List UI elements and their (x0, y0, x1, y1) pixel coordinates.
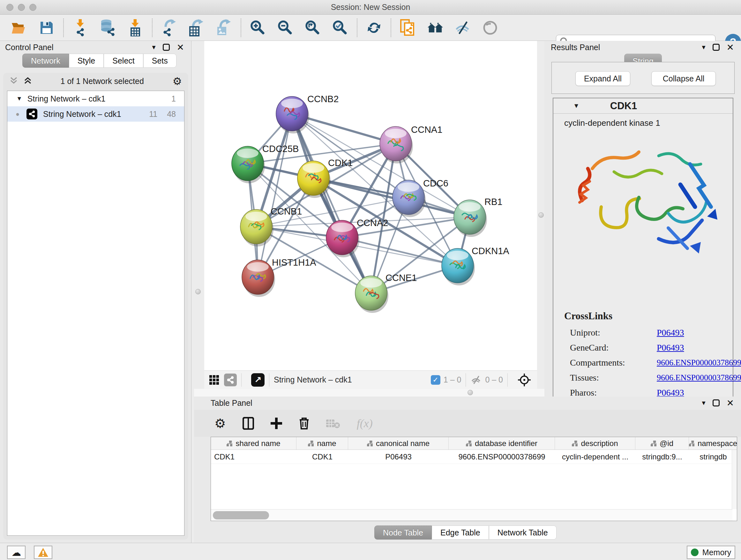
left-splitter-handle[interactable] (195, 289, 201, 294)
scrollbar-thumb[interactable] (213, 511, 269, 519)
export-table-icon[interactable] (188, 19, 205, 36)
column-header-name[interactable]: name (296, 437, 348, 449)
expand-all-button[interactable]: Expand All (576, 71, 630, 86)
network-node-ccna1[interactable] (380, 126, 413, 164)
zoom-selected-icon[interactable] (332, 19, 348, 36)
import-network-icon[interactable] (72, 19, 89, 36)
tree-collapse-icon[interactable]: ▼ (16, 95, 22, 102)
expand-all-networks-icon[interactable] (23, 76, 32, 86)
hide-eye-icon[interactable] (455, 19, 471, 36)
control-panel-close-icon[interactable]: ✕ (177, 42, 184, 53)
table-row[interactable]: CDK1CDK1P064939606.ENSP00000378699cyclin… (211, 450, 737, 464)
network-canvas[interactable]: CCNB2CCNA1CDC25BCDK1CDC6RB1CCNB1CCNA2CDK… (204, 41, 537, 370)
column-header-shared-name[interactable]: shared name (211, 437, 296, 449)
table-cell[interactable]: CDK1 (211, 450, 296, 463)
delete-column-icon[interactable] (299, 417, 310, 430)
copy-style-icon[interactable] (400, 19, 416, 36)
network-node-rb1[interactable] (454, 200, 487, 237)
network-badge-icon[interactable] (224, 374, 237, 386)
section-collapse-icon[interactable]: ▼ (573, 102, 580, 110)
grid-view-icon[interactable] (209, 375, 219, 385)
column-header-namespace[interactable]: namespace (689, 437, 737, 449)
tab-network[interactable]: Network (22, 54, 69, 68)
hidden-eye-icon[interactable] (470, 375, 482, 385)
network-tree-root-row[interactable]: ▼ String Network – cdk1 1 (7, 91, 184, 106)
tab-network-table[interactable]: Network Table (489, 525, 556, 540)
collapse-all-button[interactable]: Collapse All (651, 71, 716, 86)
results-panel-float-icon[interactable] (713, 44, 720, 51)
table-cell[interactable]: stringdb (689, 450, 737, 463)
zoom-out-icon[interactable] (277, 19, 293, 36)
table-cell[interactable]: P06493 (348, 450, 449, 463)
network-tree-row[interactable]: ● String Network – cdk1 11 48 (7, 106, 184, 122)
network-options-gear-icon[interactable]: ⚙ (172, 75, 182, 87)
home-icon[interactable] (427, 19, 444, 36)
table-panel-menu-icon[interactable]: ▾ (702, 399, 705, 407)
network-node-ccnb2[interactable] (276, 97, 309, 133)
import-database-icon[interactable] (99, 19, 116, 36)
export-network-icon[interactable] (161, 19, 178, 36)
tab-edge-table[interactable]: Edge Table (432, 525, 489, 540)
gene-section-header[interactable]: ▼ CDK1 (553, 98, 733, 114)
network-node-ccne1[interactable] (355, 276, 388, 313)
network-node-cdk1[interactable] (297, 161, 331, 198)
network-edge[interactable] (258, 114, 292, 277)
table-settings-gear-icon[interactable]: ⚙ (214, 416, 226, 431)
network-node-cdkn1a[interactable] (442, 248, 475, 286)
tab-sets[interactable]: Sets (143, 54, 177, 68)
refresh-icon[interactable] (366, 19, 382, 36)
minimize-window-icon[interactable] (18, 4, 25, 11)
zoom-fit-icon[interactable] (305, 19, 321, 36)
network-node-cdc6[interactable] (393, 180, 426, 217)
export-image-icon[interactable] (216, 19, 232, 36)
tab-node-table[interactable]: Node Table (374, 525, 432, 540)
warning-status-button[interactable] (34, 546, 52, 559)
right-splitter-handle[interactable] (538, 212, 544, 218)
table-horizontal-scrollbar[interactable] (211, 509, 732, 521)
collapse-all-networks-icon[interactable] (10, 76, 18, 86)
results-panel-menu-icon[interactable]: ▾ (702, 43, 705, 51)
memory-button[interactable]: Memory (687, 546, 735, 559)
table-vertical-scrollbar[interactable] (732, 450, 737, 509)
table-panel-float-icon[interactable] (713, 399, 720, 407)
column-header-description[interactable]: description (555, 437, 635, 449)
birdseye-view-icon[interactable]: ↗ (251, 373, 265, 387)
table-cell[interactable]: stringdb:9... (635, 450, 689, 463)
fit-content-crosshair-icon[interactable] (517, 373, 531, 387)
cloud-status-button[interactable]: ☁ (7, 546, 25, 559)
results-panel-close-icon[interactable]: ✕ (727, 42, 734, 53)
table-cell[interactable]: CDK1 (296, 450, 348, 463)
close-window-icon[interactable] (6, 4, 13, 11)
network-edge[interactable] (342, 238, 458, 266)
eye-icon[interactable] (482, 19, 498, 36)
network-node-hist1h1a[interactable] (242, 260, 275, 297)
column-header-canonical-name[interactable]: canonical name (348, 437, 449, 449)
bottom-splitter-handle[interactable] (468, 390, 473, 395)
table-panel-close-icon[interactable]: ✕ (727, 398, 734, 408)
network-node-cdc25b[interactable] (232, 146, 265, 183)
table-cell[interactable]: 9606.ENSP00000378699 (449, 450, 555, 463)
tab-style[interactable]: Style (69, 54, 104, 68)
control-panel-float-icon[interactable] (163, 44, 170, 51)
save-session-icon[interactable] (38, 19, 55, 36)
add-column-icon[interactable] (271, 418, 282, 429)
control-panel-menu-icon[interactable]: ▾ (152, 43, 155, 51)
crosslink-value-link[interactable]: 9606.ENSP00000378699 (657, 358, 741, 368)
column-header-database-identifier[interactable]: database identifier (449, 437, 555, 449)
crosslink-value-link[interactable]: P06493 (657, 388, 684, 398)
table-cell[interactable]: cyclin-dependent ... (555, 450, 635, 463)
tab-select[interactable]: Select (104, 54, 143, 68)
maximize-window-icon[interactable] (29, 4, 37, 11)
open-session-icon[interactable] (11, 19, 27, 36)
selected-checkbox-icon[interactable]: ✓ (431, 375, 441, 385)
node-table[interactable]: shared namenamecanonical namedatabase id… (211, 437, 737, 521)
import-table-icon[interactable] (127, 19, 144, 36)
crosslink-value-link[interactable]: P06493 (657, 343, 684, 353)
column-header--id[interactable]: @id (635, 437, 689, 449)
right-splitter[interactable] (537, 41, 544, 396)
window-controls[interactable] (6, 4, 37, 11)
crosslink-value-link[interactable]: P06493 (657, 327, 684, 338)
zoom-in-icon[interactable] (250, 19, 266, 36)
show-columns-icon[interactable] (243, 417, 254, 430)
crosslink-value-link[interactable]: 9606.ENSP00000378699 (657, 373, 741, 382)
